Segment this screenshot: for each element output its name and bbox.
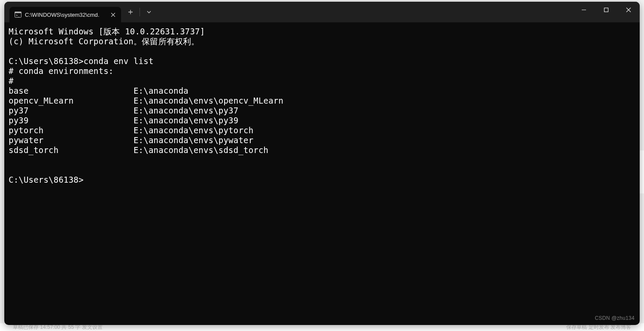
maximize-button[interactable] <box>595 2 617 18</box>
tab-cmd[interactable]: >_ C:\WINDOWS\system32\cmd. <box>9 7 121 22</box>
minimize-button[interactable] <box>573 2 595 18</box>
tab-dropdown-button[interactable] <box>140 4 158 20</box>
banner-line-1: Microsoft Windows [版本 10.0.22631.3737] <box>9 27 205 36</box>
banner-line-2: (c) Microsoft Corporation。保留所有权利。 <box>9 37 200 46</box>
env-list: base E:\anaconda opencv_MLearn E:\anacon… <box>9 86 635 155</box>
command-text: conda env list <box>84 56 154 66</box>
close-button[interactable] <box>617 2 640 18</box>
titlebar[interactable]: >_ C:\WINDOWS\system32\cmd. <box>4 2 640 22</box>
new-tab-button[interactable] <box>122 4 139 20</box>
background-sliver <box>640 150 644 193</box>
window-controls <box>573 2 640 22</box>
tab-strip: >_ C:\WINDOWS\system32\cmd. <box>4 2 121 22</box>
svg-rect-3 <box>605 8 608 12</box>
tab-close-button[interactable] <box>108 10 118 19</box>
svg-text:>_: >_ <box>16 14 20 17</box>
cmd-icon: >_ <box>15 11 21 18</box>
env-header-hash: # <box>9 76 14 86</box>
tab-title: C:\WINDOWS\system32\cmd. <box>25 12 105 18</box>
titlebar-actions <box>121 2 158 22</box>
terminal-window: >_ C:\WINDOWS\system32\cmd. <box>4 2 640 325</box>
terminal-output[interactable]: Microsoft Windows [版本 10.0.22631.3737] (… <box>4 22 640 325</box>
prompt-path: C:\Users\86138> <box>9 56 84 66</box>
svg-rect-1 <box>15 12 21 13</box>
divider <box>140 8 140 16</box>
watermark-text: CSDN @zhu134 <box>595 313 635 323</box>
env-header: # conda environments: <box>9 66 113 76</box>
prompt-path-2: C:\Users\86138> <box>9 175 84 184</box>
